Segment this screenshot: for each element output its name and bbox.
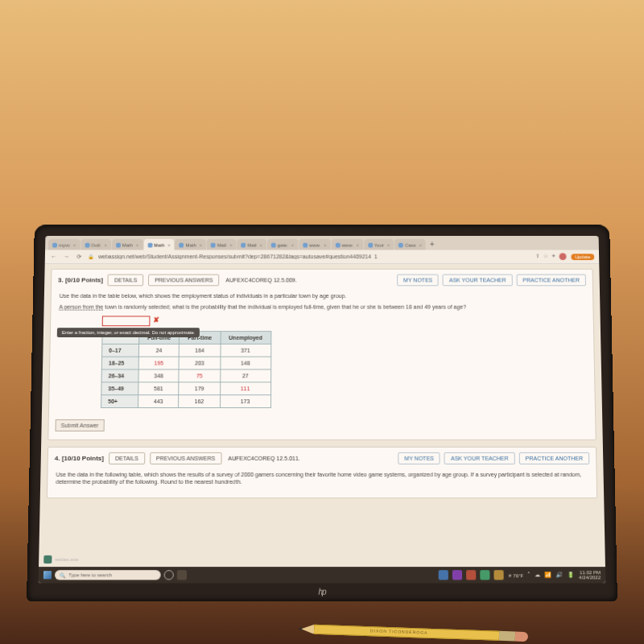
laptop-frame: myvc×Outl:×Math×Math×Math×Matl×Matl×gate… xyxy=(27,225,617,601)
table-cell: 111 xyxy=(220,382,270,394)
tab-label: www. xyxy=(309,243,320,248)
close-icon[interactable]: × xyxy=(229,243,233,248)
favicon xyxy=(303,243,308,248)
browser-tab[interactable]: gate:× xyxy=(267,239,298,250)
tab-label: Math xyxy=(185,243,196,248)
question-4: 4. [10/10 Points] DETAILS PREVIOUS ANSWE… xyxy=(47,446,597,498)
close-icon[interactable]: × xyxy=(419,243,422,248)
tray-cloud-icon[interactable]: ☁ xyxy=(535,572,540,578)
browser-tab[interactable]: www.× xyxy=(299,239,330,250)
close-icon[interactable]: × xyxy=(104,243,107,248)
page-content: 3. [0/10 Points] DETAILS PREVIOUS ANSWER… xyxy=(39,264,606,584)
update-button[interactable]: Update xyxy=(571,254,594,260)
url-text[interactable]: webassign.net/web/Student/Assignment-Res… xyxy=(98,254,530,259)
back-button[interactable]: ← xyxy=(50,254,58,259)
close-icon[interactable]: × xyxy=(357,243,359,248)
app-icon[interactable] xyxy=(466,570,476,580)
profile-icon[interactable] xyxy=(559,253,566,260)
details-button[interactable]: DETAILS xyxy=(109,452,145,464)
browser-tabstrip: myvc×Outl:×Math×Math×Math×Matl×Matl×gate… xyxy=(45,236,599,250)
tray-battery-icon[interactable]: 🔋 xyxy=(568,572,575,578)
app-icon[interactable] xyxy=(493,570,503,580)
browser-tab[interactable]: Outl:× xyxy=(80,239,111,250)
browser-tab[interactable]: myvc× xyxy=(48,239,80,250)
tab-label: Matl xyxy=(217,243,226,248)
favicon xyxy=(368,243,373,248)
browser-tab[interactable]: Matl× xyxy=(237,239,266,250)
details-button[interactable]: DETAILS xyxy=(108,275,143,287)
close-icon[interactable]: × xyxy=(324,243,326,248)
question-3-prompt-2: A person from the town is randomly selec… xyxy=(59,303,584,312)
search-icon: 🔍 xyxy=(60,572,65,578)
close-icon[interactable]: × xyxy=(73,243,76,248)
tab-label: Math xyxy=(154,243,164,248)
my-notes-button[interactable]: MY NOTES xyxy=(398,452,440,464)
practice-another-button[interactable]: PRACTICE ANOTHER xyxy=(516,275,586,287)
tray-chevron-icon[interactable]: ˄ xyxy=(527,572,530,578)
tray-volume-icon[interactable]: 🔊 xyxy=(556,572,564,578)
search-placeholder: Type here to search xyxy=(68,572,112,577)
new-tab-button[interactable]: + xyxy=(427,239,438,250)
weather-widget[interactable]: ☀ 76°F xyxy=(508,572,524,578)
answer-area: ✘ Enter a fraction, integer, or exact de… xyxy=(102,316,587,326)
browser-tab[interactable]: Your× xyxy=(364,239,394,250)
taskbar-search[interactable]: 🔍 Type here to search xyxy=(55,570,161,580)
favicon xyxy=(398,243,403,248)
webex-icon xyxy=(43,555,52,564)
previous-answers-button[interactable]: PREVIOUS ANSWERS xyxy=(148,275,219,287)
table-cell: 195 xyxy=(138,357,179,369)
app-icon[interactable] xyxy=(452,570,462,580)
row-label: 50+ xyxy=(101,394,138,407)
ask-teacher-button[interactable]: ASK YOUR TEACHER xyxy=(443,275,513,287)
table-row: 50+443162173 xyxy=(101,394,271,407)
question-4-prompt: Use the data in the following table, whi… xyxy=(56,471,588,487)
browser-tab[interactable]: Math× xyxy=(143,239,175,250)
browser-tab[interactable]: www.× xyxy=(332,239,363,250)
question-4-header: 4. [10/10 Points] DETAILS PREVIOUS ANSWE… xyxy=(55,452,590,464)
start-button[interactable] xyxy=(43,571,52,579)
extension-icon[interactable]: ✦ xyxy=(551,253,555,260)
table-cell: 75 xyxy=(179,369,220,382)
question-4-number: 4. [10/10 Points] xyxy=(55,454,104,461)
cortana-icon[interactable] xyxy=(164,570,174,580)
close-icon[interactable]: × xyxy=(167,243,171,248)
browser-tab[interactable]: Matl× xyxy=(207,239,237,250)
webex-badge: webex.exe xyxy=(43,555,78,564)
answer-tooltip: Enter a fraction, integer, or exact deci… xyxy=(57,328,200,337)
ask-teacher-button[interactable]: ASK YOUR TEACHER xyxy=(444,452,515,464)
task-view-icon[interactable] xyxy=(177,570,187,580)
tab-label: Outl: xyxy=(91,243,101,248)
reload-button[interactable]: ⟳ xyxy=(75,254,83,260)
question-3-ref: AUFEXC4COREQ 12.5.009. xyxy=(225,278,296,283)
forward-button[interactable]: → xyxy=(63,254,71,259)
tab-label: Your xyxy=(374,243,384,248)
favicon xyxy=(211,243,216,248)
submit-answer-button[interactable]: Submit Answer xyxy=(56,419,105,431)
browser-tab[interactable]: Math× xyxy=(112,239,143,250)
browser-tab[interactable]: Cass× xyxy=(394,239,426,250)
star-icon[interactable]: ☆ xyxy=(543,253,547,260)
app-icon[interactable] xyxy=(480,570,489,580)
tray-wifi-icon[interactable]: 📶 xyxy=(544,572,551,578)
practice-another-button[interactable]: PRACTICE ANOTHER xyxy=(519,452,590,464)
close-icon[interactable]: × xyxy=(136,243,139,248)
question-3-prompt-1: Use the data in the table below, which s… xyxy=(60,292,585,300)
table-cell: 164 xyxy=(179,344,220,357)
app-icon[interactable] xyxy=(439,570,448,580)
share-icon[interactable]: ⇪ xyxy=(535,253,540,260)
browser-tab[interactable]: Math× xyxy=(175,239,207,250)
close-icon[interactable]: × xyxy=(291,243,294,248)
table-cell: 371 xyxy=(221,344,271,357)
close-icon[interactable]: × xyxy=(387,243,390,248)
tab-label: myvc xyxy=(59,243,70,248)
previous-answers-button[interactable]: PREVIOUS ANSWERS xyxy=(150,452,222,464)
answer-input[interactable] xyxy=(102,316,151,326)
close-icon[interactable]: × xyxy=(259,243,262,248)
table-header: Unemployed xyxy=(221,331,271,344)
row-label: 35–49 xyxy=(101,382,138,394)
favicon xyxy=(52,243,57,248)
my-notes-button[interactable]: MY NOTES xyxy=(397,275,439,287)
taskbar-clock[interactable]: 11:02 PM 4/24/2022 xyxy=(579,570,601,580)
close-icon[interactable]: × xyxy=(200,243,203,248)
browser-toolbar: ← → ⟳ 🔒 webassign.net/web/Student/Assign… xyxy=(45,250,600,264)
